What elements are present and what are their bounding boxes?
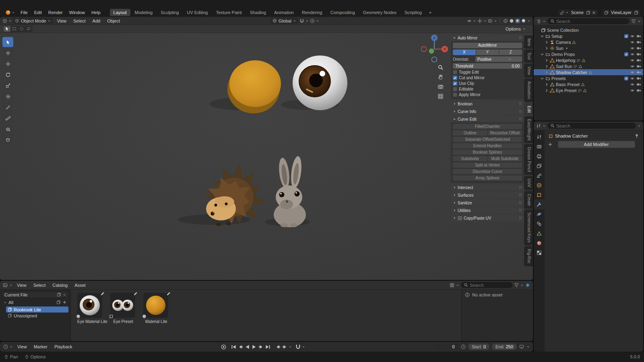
outliner-row-sun[interactable]: Sun [534,45,643,51]
timeline-menu-view[interactable]: View [14,343,30,350]
checkbox-icon[interactable] [453,76,457,80]
asset-card-eye-material-lite[interactable]: Eye Material Lite [77,293,103,324]
panel-header-curve-edit[interactable]: Curve Edit [451,116,524,122]
playback-sync-icon[interactable] [519,344,524,349]
automirror-button[interactable]: AutoMirror [453,43,522,48]
collection-checkbox[interactable] [624,76,628,80]
curve-edit-fillet-chamfer-button[interactable]: Fillet/Chamfer [453,124,522,129]
tool-annotate[interactable] [2,102,13,112]
properties-tab-object[interactable] [534,190,545,200]
asset-menu-catalog[interactable]: Catalog [50,282,70,289]
editor-type-icon[interactable] [536,123,541,128]
drag-handle-icon[interactable] [519,201,522,205]
add-catalog-icon[interactable] [62,300,67,304]
npanel-tab-tool[interactable]: Tool [524,49,533,62]
curve-edit-boolean-splines-button[interactable]: Boolean Splines [453,150,522,155]
display-size-icon[interactable] [450,283,454,288]
select-mode-tweak[interactable] [4,26,10,32]
disclosure-icon[interactable] [453,36,456,39]
drag-handle-icon[interactable] [519,109,522,113]
curve-edit-extend-handles-button[interactable]: Extend Handles [453,143,522,148]
workspace-tab-compositing[interactable]: Compositing [327,9,359,16]
play-button[interactable] [251,344,257,350]
outliner-search-input[interactable] [556,19,627,24]
curve-edit-split-at-vertex-button[interactable]: Split at Vertex [453,162,522,168]
disclosure-icon[interactable] [540,52,545,57]
properties-tab-render[interactable] [534,142,545,151]
hide-eye-icon[interactable] [630,82,635,87]
asset-thumbnail[interactable] [77,293,102,318]
asset-search-input[interactable] [470,283,510,288]
drag-handle-icon[interactable] [519,216,522,220]
menu-help[interactable]: Help [89,9,103,16]
curve-edit-outline-button[interactable]: Outline [453,130,487,136]
properties-search-input[interactable] [556,123,633,128]
frame-end-field[interactable]: End 250 [492,343,517,350]
new-scene-icon[interactable] [586,10,590,15]
threshold-slider[interactable]: Threshold0.00 [453,63,522,69]
checkbox-icon[interactable] [453,81,457,86]
camera-visibility-icon[interactable] [636,70,641,75]
disclosure-icon[interactable] [540,34,545,39]
editor-type-icon[interactable] [3,283,8,288]
asset-card-eye-preset[interactable]: Eye Preset [110,293,136,324]
jump-start-button[interactable] [231,344,237,350]
disclosure-icon[interactable] [453,209,456,212]
npanel-tab-univ[interactable]: UniV [524,176,533,190]
viewport-menu-view[interactable]: View [54,17,69,25]
disclosure-icon[interactable] [544,88,549,93]
disclosure-icon[interactable] [4,301,7,304]
snap-toggle-icon[interactable] [299,19,304,23]
curve-edit-separate-offset-selected-button[interactable]: Separate Offset/Selected [453,137,522,142]
shading-wireframe-icon[interactable] [503,19,508,23]
outliner-row-presets[interactable]: Presets [534,75,643,81]
disclosure-icon[interactable] [544,70,549,75]
hide-eye-icon[interactable] [630,70,635,75]
asset-card-material-lite[interactable]: Material Lite [143,293,169,324]
asset-thumbnail[interactable] [110,293,135,318]
frame-start-field[interactable]: Start 0 [468,343,489,350]
menu-render[interactable]: Render [45,9,66,16]
checkbox-icon[interactable] [453,87,457,91]
tool-select-box[interactable] [2,37,13,47]
workspace-tab-animation[interactable]: Animation [270,9,297,16]
properties-tab-object-data[interactable] [534,228,545,238]
outliner-row-eye-preset[interactable]: Eye Preset [534,87,643,93]
timeline-menu-playback[interactable]: Playback [52,343,75,350]
asset-source-select[interactable]: Current File [2,291,68,298]
viewport-menu-object[interactable]: Object [104,17,123,25]
checkbox-toggle-edit[interactable]: Toggle Edit [453,70,522,74]
blender-logo-menu[interactable] [3,9,17,16]
properties-tab-modifiers[interactable] [534,200,545,209]
scene-selector[interactable]: Scene [557,9,599,16]
axis-x-button[interactable]: X [453,49,476,55]
shading-solid-icon[interactable] [509,19,514,23]
auto-keying-icon[interactable] [221,344,227,350]
chevron-down-icon[interactable] [316,19,319,23]
chevron-down-icon[interactable] [289,345,292,348]
npanel-tab-create[interactable]: Create [524,191,533,209]
hide-eye-icon[interactable] [630,40,635,45]
curve-edit-array-splines-button[interactable]: Array Splines [453,175,522,181]
chevron-down-icon[interactable] [302,345,305,348]
viewport-canvas[interactable]: Z X Auto MirrorAutoMi [0,33,533,280]
axis-z-button[interactable]: Z [499,49,522,55]
hide-eye-icon[interactable] [630,64,635,69]
gizmos-toggle-icon[interactable] [477,19,482,23]
tool-scale[interactable] [2,80,13,90]
properties-tab-physics[interactable] [534,209,545,219]
zoom-icon[interactable] [438,64,444,70]
outliner-row-scene-collection[interactable]: Scene Collection [534,27,643,33]
navigation-gizmo[interactable]: Z X [419,34,449,64]
edit-asset-icon[interactable] [166,292,171,296]
asset-thumbnail[interactable] [143,293,168,318]
jump-next-marker-icon[interactable] [282,344,288,350]
jump-end-button[interactable] [265,344,271,350]
disclosure-icon[interactable] [544,64,549,69]
disclosure-icon[interactable] [453,201,456,204]
tool-rotate[interactable] [2,70,13,80]
panel-header-curve-info[interactable]: Curve Info [451,108,524,115]
workspace-tab-texture-paint[interactable]: Texture Paint [212,9,245,16]
npanel-tab-grease-pencil[interactable]: Grease Pencil [524,144,533,175]
hide-eye-icon[interactable] [630,76,635,81]
